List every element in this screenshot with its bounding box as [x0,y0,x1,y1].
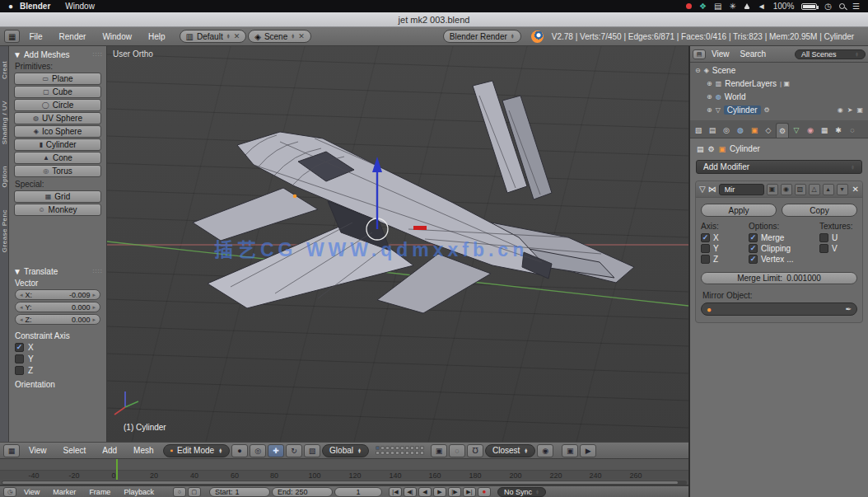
play-reverse-button[interactable]: ◀ [418,487,432,497]
renderability-camera-icon[interactable]: ▣ [856,106,863,114]
tab-options[interactable]: Option [1,166,8,188]
constraint-z-checkbox[interactable]: ✓ Z [15,366,100,375]
keyboard-icon[interactable]: ▤ [714,2,721,11]
disclosure-icon[interactable]: ⊕ [707,106,712,114]
render-engine-selector[interactable]: Blender Render ▲▼ [443,30,521,43]
menu-marker[interactable]: Marker [47,488,82,496]
delete-modifier-button[interactable]: ✕ [852,185,859,194]
clipping-checkbox[interactable]: ✓ Clipping [749,244,819,253]
disclosure-icon[interactable]: ⊖ [695,67,701,74]
constraint-y-checkbox[interactable]: ✓ Y [15,354,100,363]
mirror-axis-x-checkbox[interactable]: ✓ X [701,233,749,242]
texture-v-checkbox[interactable]: ✓ V [819,244,862,253]
mode-selector[interactable]: ▪ Edit Mode ▲▼ [163,444,231,457]
current-frame-field[interactable]: 1 [334,487,382,497]
panel-collapse-icon[interactable]: ▽ [699,185,706,194]
add-uv-sphere-button[interactable]: ◍UV Sphere [14,112,101,124]
timeline-track[interactable] [0,459,688,470]
panel-collapse-icon[interactable]: ▼ [13,267,21,276]
menu-help[interactable]: Help [141,32,173,41]
frame-start-field[interactable]: Start: 1 [209,487,270,497]
clock-icon[interactable]: ◷ [824,2,832,11]
vector-x-field[interactable]: ◂ X: -0.009 ▸ [15,289,100,300]
add-cylinder-button[interactable]: ▮Cylinder [14,138,101,151]
manipulator-scale-button[interactable]: ▧ [304,444,320,457]
viewport-3d[interactable]: User Ortho (1) Cylinder 插艺CG WWW.qdmxxfb… [107,46,688,442]
add-torus-button[interactable]: ◎Torus [14,165,101,177]
move-up-button[interactable]: ▴ [823,184,834,195]
add-cube-button[interactable]: ▢Cube [14,86,101,98]
wifi-icon[interactable] [744,3,750,9]
eyedropper-icon[interactable]: ✒ [845,305,852,313]
lock-range-button[interactable]: ▢ [188,487,201,497]
menu-playback[interactable]: Playback [118,488,160,496]
tab-grease-pencil[interactable]: Grease Penc [1,209,8,252]
decrement-icon[interactable]: ◂ [20,304,23,311]
copy-button[interactable]: Copy [782,204,857,217]
control-center-icon[interactable]: ☰ [852,2,860,11]
add-modifier-dropdown[interactable]: Add Modifier ▲▼ [696,160,862,174]
outliner-row-scene[interactable]: ⊖ ◈ Scene [690,63,868,77]
outliner-row-world[interactable]: ⊕ ◍ World [690,90,868,103]
pivot-center-selector[interactable]: ◎ [250,444,266,457]
menu-frame[interactable]: Frame [83,488,116,496]
menu-view[interactable]: View [21,446,54,455]
timeline-editor[interactable]: -40 -20 0 20 40 60 80 100 120 140 160 18… [0,459,688,485]
jump-keyframe-forward-button[interactable]: |▶ [448,487,461,497]
modifier-panel-header[interactable]: ▽ ⋈ Mir ▣ ◉ ▧ △ ▴ ▾ ✕ [696,181,862,198]
panel-drag-dots-icon[interactable]: ∷∷ [93,51,103,59]
increment-icon[interactable]: ▸ [92,304,96,311]
tab-particles[interactable]: ✱ [832,123,845,138]
play-button[interactable]: ▶ [433,487,446,497]
toggle-editmode-icon[interactable]: ▧ [795,184,806,195]
mirror-axis-z-checkbox[interactable]: ✓ Z [701,255,749,264]
tab-create[interactable]: Creat [1,61,8,79]
outliner-row-cylinder[interactable]: ⊕ ▽ Cylinder ⚙ ◉ ➤ ▣ [690,103,868,116]
menu-file[interactable]: File [21,32,49,41]
timeline-ruler[interactable]: -40 -20 0 20 40 60 80 100 120 140 160 18… [0,470,688,480]
menubar-item-window[interactable]: Window [58,2,101,11]
menu-select[interactable]: Select [56,446,94,455]
apple-menu-icon[interactable]: ● [8,2,13,11]
tab-material[interactable]: ◉ [804,123,817,138]
opengl-render-image-button[interactable]: ▣ [562,444,578,457]
tab-modifiers[interactable]: ⚙ [776,123,789,138]
outliner-display-selector[interactable]: All Scenes ▲▼ [795,49,866,59]
sync-mode-selector[interactable]: No Sync ▲▼ [497,487,546,497]
frame-end-field[interactable]: End: 250 [272,487,333,497]
modifier-name-field[interactable]: Mir [719,184,764,195]
add-cone-button[interactable]: ▲Cone [14,152,101,164]
add-monkey-button[interactable]: ☺Monkey [14,204,101,216]
menu-mesh[interactable]: Mesh [126,446,161,455]
tab-world[interactable]: ◍ [734,123,747,138]
snap-peel-button[interactable]: ◉ [537,444,553,457]
scrollbar-thumb[interactable] [2,481,678,484]
transform-orientation-selector[interactable]: Global ▲▼ [322,444,369,457]
tab-render[interactable]: ▧ [692,123,705,138]
lock-to-scene-button[interactable]: ▣ [431,444,447,457]
tab-physics[interactable]: ◌ [846,123,859,138]
tab-texture[interactable]: ▦ [818,123,831,138]
menu-search[interactable]: Search [735,49,772,59]
outliner-row-renderlayers[interactable]: ⊕ ▥ RenderLayers | ▣ [690,77,868,90]
proportional-edit-selector[interactable]: ◌ [449,444,465,457]
spotlight-search-icon[interactable] [839,3,845,9]
manipulator-translate-button[interactable]: ✚ [268,444,284,457]
menu-add[interactable]: Add [95,446,124,455]
manipulator-rotate-button[interactable]: ↻ [286,444,302,457]
use-preview-range-button[interactable]: ○ [173,487,186,497]
toggle-render-icon[interactable]: ▣ [767,184,778,195]
editor-type-button[interactable]: ▤ [693,49,706,59]
layers-widget[interactable] [376,446,424,455]
screen-layout-selector[interactable]: ▥ Default ▲▼ ✕ [180,30,247,43]
tab-object-data[interactable]: ▽ [790,123,803,138]
scene-selector[interactable]: ◈ Scene ▲▼ ✕ [248,30,311,43]
close-icon[interactable]: ✕ [234,32,240,40]
disclosure-icon[interactable]: ⊕ [707,93,712,101]
jump-to-start-button[interactable]: |◀ [389,487,402,497]
disclosure-icon[interactable]: ⊕ [707,80,712,87]
merge-checkbox[interactable]: ✓ Merge [749,233,819,242]
panel-drag-dots-icon[interactable]: ∷∷ [93,268,103,275]
decrement-icon[interactable]: ◂ [20,292,23,298]
record-indicator-icon[interactable] [686,3,692,9]
